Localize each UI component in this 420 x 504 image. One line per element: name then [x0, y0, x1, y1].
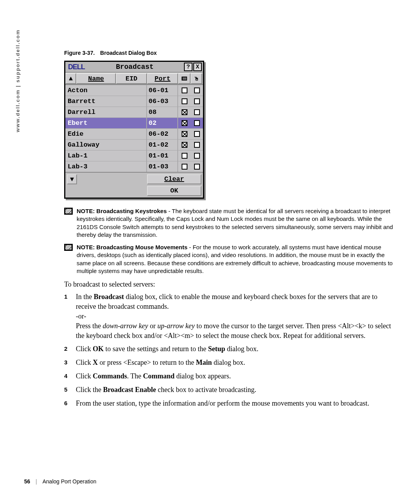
scroll-down-icon[interactable]: ▼	[67, 174, 77, 184]
table-row[interactable]: Ebert02	[65, 117, 203, 128]
mouse-checkbox[interactable]	[191, 108, 203, 116]
ok-button[interactable]: OK	[147, 186, 201, 196]
figure-caption: Figure 3-37.Broadcast Dialog Box	[64, 50, 395, 56]
side-url: www.dell.com|support.dell.com	[15, 29, 21, 132]
cell-port: 01-03	[147, 161, 178, 172]
cell-port: 06-01	[147, 85, 178, 96]
column-headers: ▲ Name EID Port	[65, 73, 203, 85]
step-6: From the user station, type the informat…	[64, 399, 395, 408]
dialog-footer: ▼ Clear OK	[65, 172, 203, 198]
note-icon	[64, 244, 73, 251]
table-row[interactable]: Acton06-01	[65, 85, 203, 96]
table-row[interactable]: Darrell08	[65, 107, 203, 117]
step-5: Click the Broadcast Enable check box to …	[64, 385, 395, 395]
keyboard-checkbox[interactable]	[178, 152, 191, 159]
cell-name: Ebert	[65, 118, 147, 128]
cell-port: 02	[147, 118, 178, 128]
keyboard-checkbox[interactable]	[178, 163, 191, 170]
mouse-checkbox[interactable]	[191, 130, 203, 138]
cell-name: Barrett	[65, 96, 147, 107]
steps-list: In the Broadcast dialog box, click to en…	[64, 292, 395, 408]
keyboard-icon	[178, 73, 191, 84]
table-row[interactable]: Galloway01-02	[65, 139, 203, 150]
note: NOTE: Broadcasting Mouse Movements - For…	[64, 243, 395, 275]
dell-logo: DELL	[66, 63, 86, 71]
keyboard-checkbox[interactable]	[178, 141, 191, 149]
clear-button[interactable]: Clear	[147, 174, 201, 184]
step-2: Click OK to save the settings and return…	[64, 344, 395, 354]
mouse-checkbox[interactable]	[191, 152, 203, 159]
mouse-checkbox[interactable]	[191, 163, 203, 170]
header-name[interactable]: Name	[76, 73, 116, 84]
mouse-checkbox[interactable]	[191, 141, 203, 149]
cell-name: Lab-1	[65, 150, 147, 161]
cell-name: Acton	[65, 85, 147, 96]
cell-port: 06-03	[147, 96, 178, 107]
server-list: Acton06-01Barrett06-03Darrell08Ebert02Ed…	[65, 85, 203, 172]
table-row[interactable]: Barrett06-03	[65, 96, 203, 107]
broadcast-dialog: DELL Broadcast ? X ▲ Name EID Port Acton…	[64, 61, 204, 199]
cell-name: Darrell	[65, 107, 147, 117]
cell-name: Galloway	[65, 140, 147, 150]
cell-port: 08	[147, 107, 178, 117]
table-row[interactable]: Edie06-02	[65, 128, 203, 139]
keyboard-checkbox[interactable]	[178, 119, 191, 127]
keyboard-checkbox[interactable]	[178, 108, 191, 116]
step-1: In the Broadcast dialog box, click to en…	[64, 292, 395, 340]
keyboard-checkbox[interactable]	[178, 98, 191, 105]
close-button[interactable]: X	[193, 63, 202, 71]
mouse-checkbox[interactable]	[191, 98, 203, 105]
mouse-icon	[191, 73, 202, 84]
lead-paragraph: To broadcast to selected servers:	[64, 280, 395, 289]
keyboard-checkbox[interactable]	[178, 130, 191, 138]
header-eid[interactable]: EID	[116, 73, 147, 84]
table-row[interactable]: Lab-101-01	[65, 150, 203, 161]
mouse-checkbox[interactable]	[191, 119, 203, 127]
keyboard-checkbox[interactable]	[178, 87, 191, 94]
step-4: Click Commands. The Command dialog box a…	[64, 371, 395, 381]
note-icon	[64, 208, 73, 215]
header-port[interactable]: Port	[147, 73, 178, 84]
cell-port: 06-02	[147, 129, 178, 139]
titlebar: DELL Broadcast ? X	[65, 62, 203, 73]
table-row[interactable]: Lab-301-03	[65, 161, 203, 172]
page-footer: 56|Analog Port Operation	[24, 478, 96, 485]
cell-port: 01-02	[147, 140, 178, 150]
scroll-up-icon[interactable]: ▲	[65, 73, 76, 84]
note: NOTE: Broadcasting Keystrokes - The keyb…	[64, 207, 395, 239]
help-button[interactable]: ?	[184, 63, 192, 71]
dialog-title: Broadcast	[86, 63, 183, 71]
mouse-checkbox[interactable]	[191, 87, 203, 94]
cell-port: 01-01	[147, 150, 178, 161]
step-3: Click X or press <Escape> to return to t…	[64, 358, 395, 368]
cell-name: Lab-3	[65, 161, 147, 172]
cell-name: Edie	[65, 129, 147, 139]
